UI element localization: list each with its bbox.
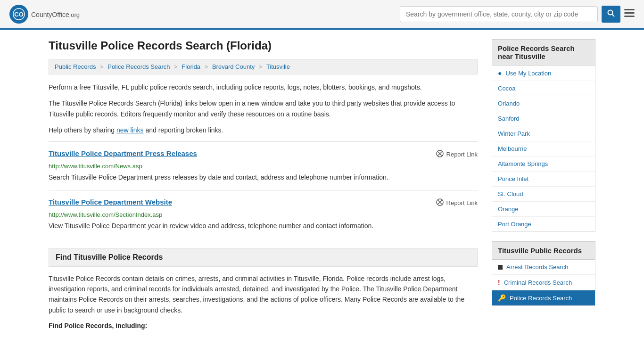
use-location-link[interactable]: Use My Location — [505, 70, 551, 77]
sidebar-use-location[interactable]: ● Use My Location — [492, 66, 595, 81]
find-section-body: Titusville Police Records contain detail… — [49, 273, 478, 316]
svg-rect-6 — [624, 16, 635, 17]
melbourne-link[interactable]: Melbourne — [498, 145, 527, 152]
breadcrumb-sep-1: > — [100, 63, 104, 70]
logo-area: CO CountyOffice.org — [9, 5, 80, 24]
find-section-header: Find Titusville Police Records — [49, 248, 478, 267]
sidebar-item-winter-park[interactable]: Winter Park — [492, 126, 595, 141]
arrest-records-link[interactable]: Arrest Records Search — [506, 263, 569, 271]
description-para-1: Perform a free Titusville, FL public pol… — [49, 82, 478, 92]
port-orange-link[interactable]: Port Orange — [498, 221, 531, 228]
link-card-2-desc: View Titusville Police Department year i… — [49, 221, 478, 231]
square-icon-arrest — [498, 265, 503, 270]
logo-text: CountyOffice.org — [31, 9, 80, 19]
location-pin-icon: ● — [498, 69, 502, 77]
para3-suffix: and reporting broken links. — [144, 126, 223, 134]
link-card-2: Titusville Police Department Website Rep… — [49, 190, 478, 239]
sidebar-nearby-section: Police Records Search near Titusville ● … — [492, 39, 595, 232]
report-link-label-2: Report Link — [446, 199, 478, 206]
report-link-btn-1[interactable]: Report Link — [436, 149, 478, 160]
sidebar-public-records-header-text: Titusville Public Records — [498, 247, 582, 255]
logo-org: .org — [69, 11, 80, 18]
svg-rect-4 — [624, 9, 635, 10]
description-para-3: Help others by sharing new links and rep… — [49, 125, 478, 135]
sidebar-nearby-list: ● Use My Location Cocoa Orlando Sanford … — [492, 66, 595, 232]
breadcrumb-brevard[interactable]: Brevard County — [212, 63, 255, 70]
sidebar-item-st-cloud[interactable]: St. Cloud — [492, 187, 595, 202]
sidebar-item-orlando[interactable]: Orlando — [492, 96, 595, 111]
sanford-link[interactable]: Sanford — [498, 115, 520, 122]
criminal-records-link[interactable]: Criminal Records Search — [504, 279, 572, 286]
pub-rec-arrest-records[interactable]: Arrest Records Search — [492, 260, 595, 275]
report-link-btn-2[interactable]: Report Link — [436, 198, 478, 208]
breadcrumb: Public Records > Police Records Search >… — [49, 59, 478, 74]
pub-rec-police-records[interactable]: 🔑 Police Records Search — [492, 290, 595, 305]
link-card-1-header: Titusville Police Department Press Relea… — [49, 149, 478, 160]
breadcrumb-sep-2: > — [174, 63, 178, 70]
link-card-2-title[interactable]: Titusville Police Department Website — [49, 198, 172, 206]
sidebar-nearby-header-text: Police Records Search near Titusville — [498, 44, 575, 60]
para3-prefix: Help others by sharing — [49, 126, 116, 134]
description-para-2: The Titusville Police Records Search (Fl… — [49, 98, 478, 119]
page-title: Titusville Police Records Search (Florid… — [49, 39, 478, 52]
sidebar-item-cocoa[interactable]: Cocoa — [492, 81, 595, 96]
link-card-1: Titusville Police Department Press Relea… — [49, 141, 478, 190]
breadcrumb-titusville[interactable]: Titusville — [266, 63, 290, 70]
orange-link[interactable]: Orange — [498, 206, 518, 213]
new-links-link[interactable]: new links — [116, 126, 144, 134]
sidebar-public-records-list: Arrest Records Search ! Criminal Records… — [492, 260, 595, 306]
find-section: Find Titusville Police Records Titusvill… — [49, 248, 478, 330]
svg-point-2 — [608, 10, 613, 15]
sidebar-item-altamonte-springs[interactable]: Altamonte Springs — [492, 156, 595, 172]
sidebar-public-records-section: Titusville Public Records Arrest Records… — [492, 241, 595, 306]
search-input[interactable] — [400, 6, 598, 22]
sidebar-public-records-header: Titusville Public Records — [492, 241, 595, 260]
svg-line-3 — [612, 15, 615, 17]
report-icon-2 — [436, 198, 444, 208]
link-card-2-header: Titusville Police Department Website Rep… — [49, 198, 478, 208]
exclaim-icon-criminal: ! — [498, 279, 500, 286]
pub-rec-criminal-records[interactable]: ! Criminal Records Search — [492, 275, 595, 290]
search-area — [400, 6, 635, 23]
breadcrumb-public-records[interactable]: Public Records — [55, 63, 96, 70]
link-card-2-url[interactable]: http://www.titusville.com/SectionIndex.a… — [49, 211, 478, 218]
svg-text:CO: CO — [14, 11, 24, 18]
link-card-1-title[interactable]: Titusville Police Department Press Relea… — [49, 149, 197, 157]
breadcrumb-police-records[interactable]: Police Records Search — [107, 63, 170, 70]
report-icon-1 — [436, 149, 444, 160]
sidebar-item-port-orange[interactable]: Port Orange — [492, 217, 595, 231]
cocoa-link[interactable]: Cocoa — [498, 85, 516, 92]
sidebar-item-ponce-inlet[interactable]: Ponce Inlet — [492, 172, 595, 187]
orlando-link[interactable]: Orlando — [498, 100, 520, 107]
logo-name: CountyOffice — [31, 11, 69, 18]
svg-rect-5 — [624, 12, 635, 14]
search-button[interactable] — [602, 6, 620, 23]
header: CO CountyOffice.org — [0, 0, 644, 30]
menu-button[interactable] — [624, 9, 635, 19]
content-area: Titusville Police Records Search (Florid… — [49, 39, 478, 329]
main-container: Titusville Police Records Search (Florid… — [39, 30, 605, 339]
sidebar-nearby-header: Police Records Search near Titusville — [492, 39, 595, 66]
find-including-label: Find Police Records, including: — [49, 322, 478, 329]
link-card-1-desc: Search Titusville Police Department pres… — [49, 173, 478, 182]
logo-icon: CO — [9, 5, 28, 24]
sidebar: Police Records Search near Titusville ● … — [492, 39, 595, 329]
breadcrumb-florida[interactable]: Florida — [182, 63, 200, 70]
altamonte-springs-link[interactable]: Altamonte Springs — [498, 160, 548, 167]
sidebar-item-orange[interactable]: Orange — [492, 202, 595, 217]
breadcrumb-sep-4: > — [259, 63, 263, 70]
st-cloud-link[interactable]: St. Cloud — [498, 190, 523, 197]
report-link-label-1: Report Link — [446, 151, 478, 158]
sidebar-item-melbourne[interactable]: Melbourne — [492, 141, 595, 156]
sidebar-item-sanford[interactable]: Sanford — [492, 111, 595, 126]
ponce-inlet-link[interactable]: Ponce Inlet — [498, 175, 528, 182]
winter-park-link[interactable]: Winter Park — [498, 130, 530, 137]
key-icon-police: 🔑 — [498, 294, 506, 302]
police-records-link[interactable]: Police Records Search — [510, 295, 572, 302]
link-card-1-url[interactable]: http://www.titusville.com/News.asp — [49, 163, 478, 170]
breadcrumb-sep-3: > — [205, 63, 208, 70]
